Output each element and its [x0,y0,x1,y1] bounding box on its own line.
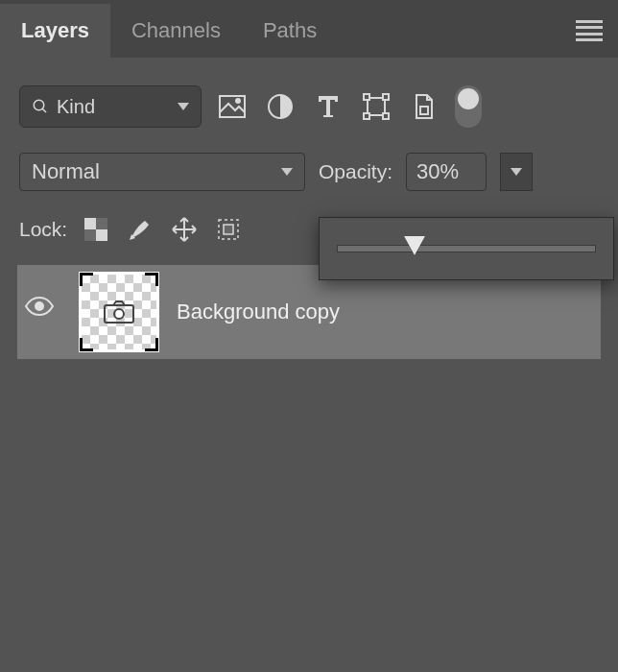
svg-rect-11 [84,218,96,229]
lock-transparency-icon[interactable] [81,214,111,245]
svg-rect-13 [96,218,107,229]
svg-rect-9 [383,113,389,119]
opacity-value: 30% [416,159,459,184]
filter-row: Kind [0,69,618,144]
blend-row: Normal Opacity: 30% [0,144,618,200]
blend-mode-select[interactable]: Normal [19,153,305,191]
svg-point-19 [114,309,124,319]
svg-rect-8 [364,113,369,119]
tab-layers[interactable]: Layers [0,4,110,58]
blend-mode-value: Normal [32,159,100,184]
lock-position-icon[interactable] [169,214,200,245]
svg-point-3 [236,99,240,103]
svg-line-1 [42,108,46,112]
lock-artboard-icon[interactable] [213,214,244,245]
svg-rect-10 [420,107,428,114]
svg-rect-16 [224,225,233,234]
chevron-down-icon [178,103,189,110]
svg-rect-7 [383,94,389,100]
lock-label: Lock: [19,218,67,241]
opacity-input[interactable]: 30% [406,153,487,191]
opacity-flyout-button[interactable] [500,153,533,191]
smart-object-icon [103,300,135,324]
chevron-down-icon [511,168,522,176]
opacity-slider-track[interactable] [337,245,596,252]
panel-menu-icon[interactable] [576,20,603,41]
filter-adjustment-icon[interactable] [263,89,297,124]
filter-pixel-icon[interactable] [215,89,250,124]
filter-smart-icon[interactable] [407,89,441,124]
lock-pixels-icon[interactable] [125,214,155,245]
svg-rect-6 [364,94,369,100]
opacity-slider-thumb[interactable] [404,236,425,255]
svg-rect-18 [105,305,133,323]
search-icon [32,98,49,115]
svg-rect-12 [96,229,107,241]
layer-name[interactable]: Background copy [177,300,340,324]
tab-paths[interactable]: Paths [242,4,338,58]
filter-toggle[interactable] [455,85,482,128]
chevron-down-icon [281,168,293,176]
tab-channels[interactable]: Channels [110,4,242,58]
svg-rect-14 [84,229,96,241]
filter-kind-select[interactable]: Kind [19,85,202,128]
svg-point-17 [36,302,43,310]
filter-kind-label: Kind [57,96,95,118]
filter-shape-icon[interactable] [359,89,393,124]
svg-point-0 [34,100,44,110]
panel-tabs: Layers Channels Paths [0,4,618,58]
filter-type-icon[interactable] [311,89,345,124]
opacity-label[interactable]: Opacity: [319,160,392,183]
visibility-toggle-icon[interactable] [25,297,56,327]
layer-thumbnail[interactable] [79,272,159,352]
opacity-slider-popup [319,217,614,280]
